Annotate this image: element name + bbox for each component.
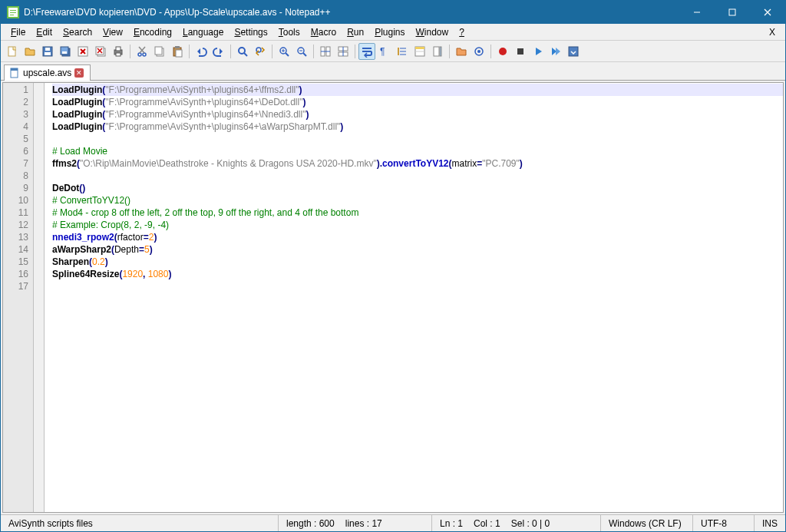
close-button[interactable] [74,43,91,60]
svg-line-28 [140,47,145,53]
menu-edit[interactable]: Edit [31,25,58,39]
svg-rect-33 [176,50,182,57]
open-file-icon [24,45,36,58]
code-line[interactable] [52,133,783,145]
menu-plugins[interactable]: Plugins [369,25,410,39]
open-file-button[interactable] [21,43,38,60]
svg-line-39 [286,53,289,56]
svg-rect-34 [175,46,180,48]
close-all-button[interactable] [92,43,109,60]
save-all-button[interactable] [57,43,74,60]
close-button[interactable] [750,1,785,24]
save-macro-button[interactable] [565,43,582,60]
code-line[interactable]: aWarpSharp2(Depth=5) [52,243,783,256]
code-line[interactable]: DeDot() [52,182,783,194]
doc-map-button[interactable] [429,43,446,60]
record-button[interactable] [494,43,511,60]
svg-rect-2 [10,10,16,11]
code-line[interactable] [52,280,783,292]
status-eol: Windows (CR LF) [601,515,693,531]
new-file-button[interactable] [4,43,21,60]
wrap-button[interactable] [358,43,375,60]
redo-button[interactable] [210,43,227,60]
replace-button[interactable] [252,43,269,60]
close-icon [77,45,89,58]
code-line[interactable] [52,170,783,182]
tab-close-icon[interactable]: ✕ [74,68,84,78]
sync-v-icon [319,45,332,58]
folder-icon [455,45,467,58]
all-chars-button[interactable]: ¶ [376,43,393,60]
file-tab[interactable]: upscale.avs ✕ [4,64,91,81]
replace-icon [254,45,266,58]
menu-close-doc[interactable]: X [764,25,781,39]
menu-view[interactable]: View [97,25,128,39]
stop-icon [514,45,527,58]
code-line[interactable]: LoadPlugin("F:\Programme\AviSynth+\plugi… [52,84,783,96]
record-icon [497,45,509,58]
sync-h-icon [337,45,349,58]
monitor-button[interactable] [471,43,487,60]
print-button[interactable] [110,43,127,60]
menu-language[interactable]: Language [177,25,229,39]
status-ins: INS [755,515,785,531]
line-number: 17 [3,280,28,292]
menu-run[interactable]: Run [342,25,369,39]
editor-area[interactable]: 1234567891011121314151617 LoadPlugin("F:… [2,82,784,513]
monitor-icon [473,45,485,58]
menu-macro[interactable]: Macro [305,25,342,39]
code-line[interactable]: # ConvertToYV12() [52,194,783,207]
code-line[interactable]: LoadPlugin("F:\Programme\AviSynth+\plugi… [52,121,783,133]
undo-button[interactable] [193,43,210,60]
play-multi-button[interactable] [547,43,564,60]
save-button[interactable] [39,43,56,60]
zoom-in-button[interactable] [276,43,292,60]
tab-label: upscale.avs [23,68,71,78]
sync-h-button[interactable] [335,43,352,60]
folder-button[interactable] [453,43,470,60]
menu-tools[interactable]: Tools [273,25,305,39]
menu-window[interactable]: Window [411,25,454,39]
menu-file[interactable]: File [5,25,31,39]
menu-encoding[interactable]: Encoding [128,25,177,39]
svg-point-27 [143,53,146,56]
app-icon [7,6,19,18]
code-line[interactable]: Spline64Resize(1920, 1080) [52,268,783,280]
code-line[interactable]: LoadPlugin("F:\Programme\AviSynth+\plugi… [52,108,783,121]
menu-?[interactable]: ? [454,25,470,39]
code-line[interactable]: ffms2("O:\Rip\MainMovie\Deathstroke - Kn… [52,157,783,170]
menu-settings[interactable]: Settings [229,25,272,39]
stop-button[interactable] [512,43,529,60]
zoom-out-button[interactable] [293,43,310,60]
sync-v-button[interactable] [317,43,334,60]
cut-button[interactable] [134,43,150,60]
code-line[interactable]: # Load Movie [52,145,783,157]
copy-icon [154,45,166,58]
fold-gutter [34,83,45,512]
indent-guide-button[interactable] [394,43,411,60]
code-line[interactable]: Sharpen(0.2) [52,256,783,268]
menu-search[interactable]: Search [58,25,97,39]
maximize-button[interactable] [715,1,750,24]
copy-button[interactable] [151,43,168,60]
toolbar: ¶ [1,41,785,62]
play-button[interactable] [530,43,547,60]
svg-rect-6 [729,9,735,15]
find-button[interactable] [234,43,251,60]
status-encoding: UTF-8 [693,515,755,531]
svg-rect-4 [10,15,14,15]
line-number: 1 [3,84,28,96]
redo-icon [213,45,225,58]
code-content[interactable]: LoadPlugin("F:\Programme\AviSynth+\plugi… [45,83,783,512]
line-number: 7 [3,157,28,170]
paste-button[interactable] [169,43,186,60]
code-line[interactable]: # Mod4 - crop 8 off the left, 2 off the … [52,207,783,219]
lang-button[interactable] [411,43,428,60]
svg-rect-11 [45,52,51,55]
status-lines: lines : 17 [345,518,382,529]
code-line[interactable]: LoadPlugin("F:\Programme\AviSynth+\plugi… [52,96,783,108]
svg-point-64 [477,50,481,53]
code-line[interactable]: nnedi3_rpow2(rfactor=2) [52,231,783,243]
code-line[interactable]: # Example: Crop(8, 2, -9, -4) [52,219,783,231]
minimize-button[interactable] [679,1,715,24]
